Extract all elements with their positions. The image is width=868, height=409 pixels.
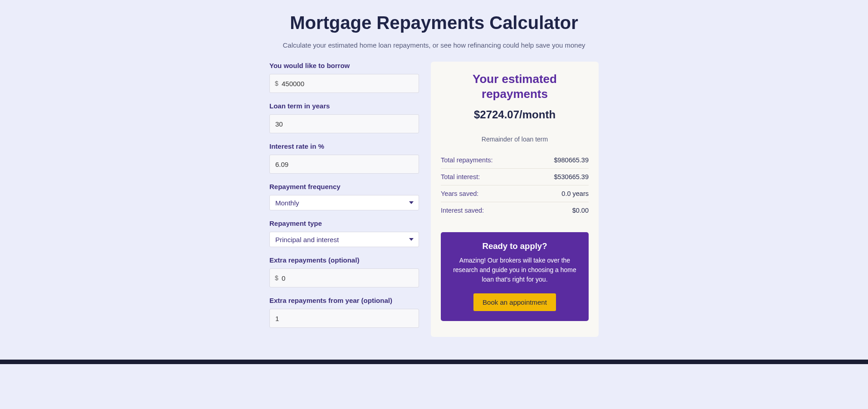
interest-saved-value: $0.00	[572, 207, 589, 214]
term-label: Loan term in years	[269, 102, 419, 110]
cta-text: Amazing! Our brokers will take over the …	[448, 256, 581, 284]
results-rows: Total repayments: $980665.39 Total inter…	[441, 152, 589, 219]
form-column: You would like to borrow $ Loan term in …	[269, 62, 419, 337]
borrow-input[interactable]	[269, 74, 419, 93]
row-total-repayments: Total repayments: $980665.39	[441, 152, 589, 169]
type-value: Principal and interest	[275, 236, 339, 243]
years-saved-label: Years saved:	[441, 190, 478, 197]
results-title: Your estimated repayments	[441, 72, 589, 101]
row-total-interest: Total interest: $530665.39	[441, 169, 589, 185]
years-saved-value: 0.0 years	[561, 190, 589, 197]
total-repayments-value: $980665.39	[554, 156, 589, 164]
footer-band	[0, 360, 868, 364]
extra-label: Extra repayments (optional)	[269, 256, 419, 264]
borrow-input-wrap: $	[269, 74, 419, 93]
extra-input[interactable]	[269, 268, 419, 287]
cta-panel: Ready to apply? Amazing! Our brokers wil…	[441, 232, 589, 321]
term-input[interactable]	[269, 114, 419, 133]
type-label: Repayment type	[269, 219, 419, 227]
page-content: Mortgage Repayments Calculator Calculate…	[162, 0, 706, 355]
frequency-value: Monthly	[275, 199, 299, 207]
rate-label: Interest rate in %	[269, 142, 419, 150]
interest-saved-label: Interest saved:	[441, 207, 484, 214]
main-columns: You would like to borrow $ Loan term in …	[180, 62, 688, 337]
dollar-icon: $	[275, 274, 278, 282]
extra-from-input[interactable]	[269, 309, 419, 328]
page-title: Mortgage Repayments Calculator	[180, 13, 688, 33]
results-amount: $2724.07/month	[441, 108, 589, 121]
results-panel: Your estimated repayments $2724.07/month…	[431, 62, 599, 337]
extra-from-input-wrap	[269, 309, 419, 328]
cta-title: Ready to apply?	[448, 241, 581, 251]
total-interest-value: $530665.39	[554, 173, 589, 180]
chevron-down-icon	[409, 201, 414, 204]
type-select[interactable]: Principal and interest	[269, 232, 419, 247]
rate-input-wrap	[269, 155, 419, 174]
chevron-down-icon	[409, 238, 414, 241]
frequency-label: Repayment frequency	[269, 183, 419, 190]
page-subtitle: Calculate your estimated home loan repay…	[180, 41, 688, 49]
borrow-label: You would like to borrow	[269, 62, 419, 69]
type-select-wrap: Principal and interest	[269, 232, 419, 247]
row-interest-saved: Interest saved: $0.00	[441, 202, 589, 219]
book-appointment-button[interactable]: Book an appointment	[473, 293, 556, 311]
rate-input[interactable]	[269, 155, 419, 174]
row-years-saved: Years saved: 0.0 years	[441, 185, 589, 202]
results-note: Remainder of loan term	[441, 136, 589, 143]
extra-input-wrap: $	[269, 268, 419, 287]
frequency-select-wrap: Monthly	[269, 195, 419, 210]
dollar-icon: $	[275, 80, 278, 87]
frequency-select[interactable]: Monthly	[269, 195, 419, 210]
total-repayments-label: Total repayments:	[441, 156, 493, 164]
total-interest-label: Total interest:	[441, 173, 480, 180]
extra-from-label: Extra repayments from year (optional)	[269, 297, 419, 304]
term-input-wrap	[269, 114, 419, 133]
